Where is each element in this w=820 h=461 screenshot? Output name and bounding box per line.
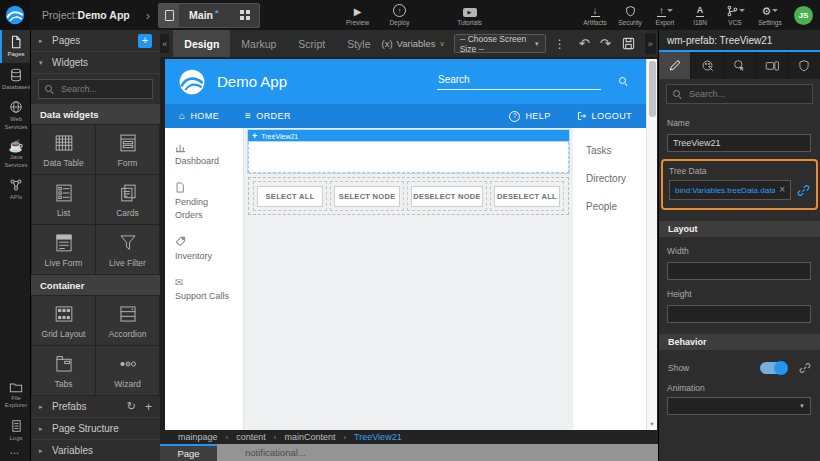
treeview-widget-titlebar[interactable]: + TreeView21 [248,130,569,142]
undo-icon[interactable]: ↶ [579,37,590,50]
properties-search-input[interactable] [687,88,806,100]
bind-link-icon[interactable] [799,362,811,374]
pages-section-header[interactable]: ▸ Pages + [31,30,160,52]
screen-size-select[interactable]: -- Choose Screen Size -- ▼ [454,34,546,53]
variables-section-header[interactable]: ▸ Variables [31,440,160,461]
menu-item-directory[interactable]: Directory [586,173,646,184]
show-toggle[interactable] [760,362,787,374]
deploy-button[interactable]: ↑ Deploy [386,0,414,30]
app-search-input[interactable]: Search [437,74,601,90]
add-page-button[interactable]: + [138,34,152,48]
settings-button[interactable]: ⚙ Settings [756,0,784,30]
app-search-icon[interactable] [619,77,628,86]
widget-tile-form[interactable]: Form [96,125,159,174]
nav-order[interactable]: ≡ORDER [245,111,291,121]
tab-design[interactable]: Design [173,30,230,57]
bind-link-icon[interactable] [797,184,810,197]
breadcrumb-maincontent[interactable]: mainContent [284,432,335,442]
security-button[interactable]: Security [616,0,644,30]
rail-item-logs[interactable]: Logs [0,414,30,447]
collapse-right-panel-icon[interactable]: » [645,33,656,54]
breadcrumb-content[interactable]: content [236,432,266,442]
rail-item-web-services[interactable]: Web Services [0,95,30,135]
export-button[interactable]: ↑ Export [651,0,679,30]
widget-tile-cards[interactable]: Cards [96,175,159,224]
redo-icon[interactable]: ↷ [600,37,611,50]
tree-data-input[interactable]: bind:Variables.treeData.dataSet × [669,180,791,200]
pencil-icon [668,59,681,72]
add-prefab-icon[interactable]: + [145,401,152,413]
preview-button[interactable]: ▶ Preview [344,0,372,30]
page-tab-main[interactable]: Main* [158,3,259,28]
rail-item-databases[interactable]: Databases [0,63,30,96]
move-icon: + [252,132,257,141]
collapse-left-panel-icon[interactable]: « [160,34,169,53]
widget-tile-list[interactable]: List [32,175,95,224]
breadcrumb-treeview21[interactable]: TreeView21 [354,432,402,442]
rail-item-apis[interactable]: APIs [0,173,30,206]
rail-more-icon[interactable]: ••• [0,446,30,461]
rail-item-pages[interactable]: Pages [0,30,30,63]
tab-script[interactable]: Script [287,30,336,57]
tab-styles[interactable] [691,52,723,79]
tab-devices[interactable] [756,52,788,79]
widget-search[interactable] [38,79,153,99]
refresh-icon[interactable]: ↻ [127,401,136,412]
pages-grid-icon[interactable] [231,10,259,20]
rail-item-file-explorer[interactable]: File Explorer [0,375,30,414]
treeview-widget-body[interactable] [248,142,569,173]
user-avatar[interactable]: JS [794,6,813,25]
deselect-all-button[interactable]: DESELECT ALL [494,186,560,207]
tab-security[interactable] [789,52,820,79]
menu-item-support-calls[interactable]: ✉ Support Calls [175,276,237,304]
width-input[interactable] [667,262,811,280]
security-shield-icon [625,5,636,17]
menu-item-tasks[interactable]: Tasks [586,145,646,156]
widget-search-input[interactable] [59,83,146,95]
tab-properties[interactable] [659,52,691,79]
name-input[interactable] [667,134,811,152]
i18n-button[interactable]: A I18N [686,0,714,30]
widget-tile-wizard[interactable]: Wizard [96,346,159,395]
menu-item-dashboard[interactable]: Dashboard [175,141,237,169]
menu-item-people[interactable]: People [586,201,646,212]
status-tab-page[interactable]: Page [160,444,217,461]
more-options-icon[interactable]: ⋮ [554,37,566,51]
canvas-scrollbar[interactable]: ▼ [646,59,657,430]
nav-logout[interactable]: LOGOUT [577,111,632,121]
deselect-node-button[interactable]: DESELECT NODE [411,186,483,207]
clear-binding-icon[interactable]: × [779,185,785,195]
menu-item-inventory[interactable]: Inventory [175,236,237,264]
height-input[interactable] [667,305,811,323]
tab-events[interactable] [724,52,756,79]
properties-search[interactable] [666,84,813,104]
widget-tile-accordion[interactable]: Accordion [96,296,159,345]
save-icon[interactable] [622,37,635,50]
tab-markup[interactable]: Markup [230,30,287,57]
widgets-section-header[interactable]: ▾ Widgets [31,52,160,74]
logout-icon [577,111,587,121]
scroll-down-icon[interactable]: ▼ [649,421,654,430]
select-all-button[interactable]: SELECT ALL [257,186,323,207]
prefabs-section-header[interactable]: ▸ Prefabs ↻ + [31,396,160,418]
widget-tile-grid-layout[interactable]: Grid Layout [32,296,95,345]
tutorials-button[interactable]: ▶ Tutorials [456,0,484,30]
tab-style[interactable]: Style [336,30,381,57]
artifacts-button[interactable]: ↓ Artifacts [581,0,609,30]
widget-tile-live-form[interactable]: Live Form [32,225,95,274]
vcs-button[interactable]: VCS [721,0,749,30]
breadcrumb-mainpage[interactable]: mainpage [178,432,218,442]
scrollbar-thumb[interactable] [649,61,656,117]
wavemaker-logo-icon[interactable] [0,0,30,30]
menu-item-pending-orders[interactable]: Pending Orders [175,182,237,223]
animation-select[interactable]: ▼ [667,397,811,415]
variables-dropdown[interactable]: (x) Variables ∨ [382,38,445,49]
rail-item-java-services[interactable]: ☕ Java Services [0,135,30,173]
nav-home[interactable]: ⌂HOME [179,111,219,121]
page-structure-section-header[interactable]: ▸ Page Structure [31,418,160,440]
nav-help[interactable]: ?HELP [509,111,550,122]
widget-tile-data-table[interactable]: Data Table [32,125,95,174]
select-node-button[interactable]: SELECT NODE [334,186,400,207]
widget-tile-tabs[interactable]: Tabs [32,346,95,395]
widget-tile-live-filter[interactable]: Live Filter [96,225,159,274]
